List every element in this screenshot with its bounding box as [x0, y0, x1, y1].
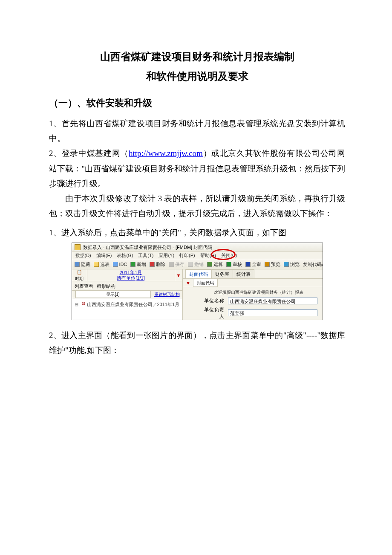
menu-table[interactable]: 表格(G): [117, 252, 133, 259]
tb-new[interactable]: 新增: [130, 261, 146, 268]
tree-node-label[interactable]: 山西潞安温庄煤业有限责任公司／2011年1月: [87, 301, 180, 308]
subtab-dropdown-arrow[interactable]: ▼: [185, 280, 191, 287]
sub-tab-row: ▼ 封面代码: [183, 279, 323, 287]
view-icon: [284, 262, 289, 267]
section-1-header: （一）、软件安装和升级: [49, 96, 345, 110]
window-title-text: 数据录入 - 山西潞安温庄煤业有限责任公司 - [FMDM] 封面代码: [83, 244, 213, 251]
unit-tree: ⊟ 山西潞安温庄煤业有限责任公司／2011年1月: [72, 298, 182, 320]
doc-title: 山西省煤矿建设项目财务和统计月报表编制: [49, 47, 345, 66]
check-icon: [226, 262, 231, 267]
unit-list-header: 列表查看 树形结构: [72, 281, 182, 291]
tb-select[interactable]: 选表: [94, 261, 110, 268]
tb-calc[interactable]: 运算: [207, 261, 223, 268]
period-selector: 📋 时期 2011年1月 所有单位[1/1] ▼: [72, 269, 182, 281]
save-icon: [169, 262, 174, 267]
delete-icon: [150, 262, 155, 267]
period-link-units[interactable]: 所有单位[1/1]: [117, 275, 144, 281]
embedded-app-screenshot: 数据录入 - 山西潞安温庄煤业有限责任公司 - [FMDM] 封面代码 数据(D…: [72, 243, 323, 320]
tb-prev[interactable]: 预览: [265, 261, 280, 268]
sheet-tabs: 封面代码 财务表 统计表: [183, 269, 323, 279]
tb-hide[interactable]: 隐藏: [75, 261, 90, 268]
display-count: 显示[1]: [75, 291, 151, 298]
menu-tool[interactable]: 工具(T): [138, 252, 153, 259]
field-unit-leader[interactable]: 范宝强: [228, 309, 317, 316]
menu-print[interactable]: 打印(P): [179, 252, 195, 259]
rebuild-tree-link[interactable]: 重建树形结构: [154, 291, 180, 298]
tab-cover[interactable]: 封面代码: [185, 269, 212, 279]
left-panel: 📋 时期 2011年1月 所有单位[1/1] ▼ 列表查看 树形结构 显示[1]…: [72, 269, 183, 320]
p2-pre: 2、登录中煤基建网（: [49, 149, 129, 158]
menu-close[interactable]: 关闭(C): [221, 252, 237, 259]
tb-view[interactable]: 浏览: [284, 261, 300, 268]
tb-del[interactable]: 删除: [150, 261, 165, 268]
preview-icon: [265, 262, 270, 267]
tb-idc[interactable]: IDC: [113, 261, 127, 268]
unit-list-sub: 显示[1] 重建树形结构: [72, 291, 182, 298]
window-titlebar: 数据录入 - 山西潞安温庄煤业有限责任公司 - [FMDM] 封面代码: [72, 243, 323, 251]
undo-icon: [188, 262, 193, 267]
select-icon: [94, 262, 99, 267]
step-1: 1、进入系统后，点击菜单中的"关闭"，关闭数据录入页面，如下图: [49, 225, 345, 240]
menu-help[interactable]: 帮助(H): [200, 252, 216, 259]
idc-icon: [113, 262, 118, 267]
tab-stats[interactable]: 统计表: [233, 269, 254, 279]
menu-data[interactable]: 数据(D): [75, 252, 91, 259]
period-dropdown-arrow[interactable]: ▼: [175, 269, 182, 281]
tree-node-icon: [82, 302, 85, 305]
form-welcome-title: 欢迎填报山西省煤矿建设项目财务（统计）报表: [200, 289, 317, 295]
toolbar: 隐藏 选表 IDC 新增 删除 保存 撤销 运算 审核 全审 预览 浏览 复制代…: [72, 259, 323, 269]
tb-allchk[interactable]: 全审: [245, 261, 261, 268]
tb-undo: 撤销: [188, 261, 204, 268]
para-upgrade-note-text: 由于本次升级修改了统计 3 表的表样，所以请升级前先关闭系统，再执行升级包；双击…: [49, 194, 345, 218]
doc-subtitle: 和软件使用说明及要求: [49, 66, 345, 86]
list-view-label[interactable]: 列表查看: [75, 283, 93, 290]
app-content: 📋 时期 2011年1月 所有单位[1/1] ▼ 列表查看 树形结构 显示[1]…: [72, 269, 323, 320]
para-upgrade-note: 由于本次升级修改了统计 3 表的表样，所以请升级前先关闭系统，再执行升级包；双击…: [49, 191, 345, 221]
lbl-unit-name: 单位名称: [200, 297, 225, 304]
lbl-unit-leader: 单位负责人: [200, 306, 225, 320]
menu-bar: 数据(D) 编辑(E) 表格(G) 工具(T) 应用(Y) 打印(P) 帮助(H…: [72, 251, 323, 259]
right-panel: 封面代码 财务表 统计表 ▼ 封面代码 欢迎填报山西省煤矿建设项目财务（统计）报…: [183, 269, 323, 320]
app-icon: [75, 244, 81, 250]
field-unit-name[interactable]: 山西潞安温庄煤业有限责任公司: [228, 298, 317, 304]
para-install-1: 1、首先将山西省煤矿建设项目财务和统计月报信息表管理系统光盘安装到计算机中。: [49, 116, 345, 146]
step-2: 2、进入主界面（能看到一张图片的界面），点击主界面菜单中的"高级"----"数据…: [49, 328, 345, 358]
menu-app[interactable]: 应用(Y): [159, 252, 174, 259]
tb-check[interactable]: 审核: [226, 261, 242, 268]
form-area: 欢迎填报山西省煤矿建设项目财务（统计）报表 单位名称 山西潞安温庄煤业有限责任公…: [183, 287, 323, 322]
tb-copycode[interactable]: 复制代码/有: [303, 261, 322, 268]
hide-icon: [75, 262, 80, 267]
calc-icon: [207, 262, 212, 267]
allcheck-icon: [245, 262, 251, 267]
menu-edit[interactable]: 编辑(E): [96, 252, 112, 259]
subtab-cover[interactable]: 封面代码: [193, 279, 218, 287]
tree-view-label[interactable]: 树形结构: [97, 283, 115, 290]
period-icon: 📋: [77, 269, 82, 275]
para-install-2: 2、登录中煤基建网（http://www.zmjjw.com）或北京久其软件股份…: [49, 146, 345, 191]
tab-finance[interactable]: 财务表: [211, 269, 233, 279]
zmjjw-link[interactable]: http://www.zmjjw.com: [129, 149, 203, 158]
period-label: 时期: [75, 275, 84, 282]
tb-save: 保存: [169, 261, 184, 268]
period-link-date[interactable]: 2011年1月: [120, 270, 142, 275]
new-icon: [130, 262, 135, 267]
